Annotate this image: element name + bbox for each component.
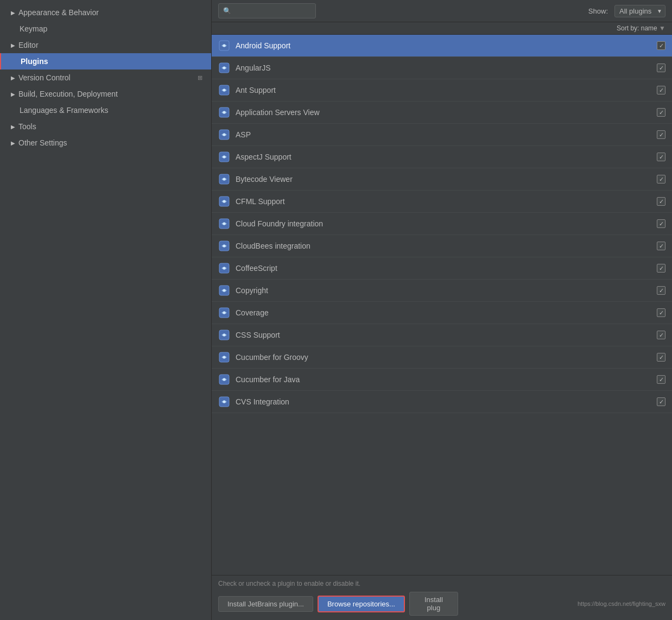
plugin-row[interactable]: Android Support	[212, 35, 672, 57]
browse-repositories-button[interactable]: Browse repositories...	[318, 596, 405, 612]
svg-point-15	[223, 200, 226, 203]
sidebar-item-other-settings[interactable]: ▶ Other Settings	[0, 135, 211, 151]
plugin-checkbox[interactable]	[657, 353, 665, 362]
sidebar-item-plugins[interactable]: Plugins	[0, 53, 211, 69]
plugin-row[interactable]: CSS Support	[212, 324, 672, 346]
arrow-icon: ▶	[11, 75, 15, 81]
plugin-checkbox[interactable]	[657, 175, 665, 184]
plugin-icon	[218, 106, 230, 118]
plugin-checkbox[interactable]	[657, 108, 665, 117]
plugin-row[interactable]: Cucumber for Java	[212, 369, 672, 391]
plugin-icon	[218, 62, 230, 74]
sub-icon: ⊞	[198, 74, 202, 81]
plugin-name: Coverage	[236, 308, 657, 317]
svg-point-23	[223, 289, 226, 292]
plugin-row[interactable]: Cloud Foundry integration	[212, 213, 672, 235]
plugin-row[interactable]: AngularJS	[212, 57, 672, 79]
svg-point-27	[223, 334, 226, 337]
sidebar: ▶ Appearance & Behavior Keymap ▶ Editor …	[0, 0, 212, 620]
sidebar-item-version-control[interactable]: ▶ Version Control ⊞	[0, 69, 211, 86]
show-dropdown[interactable]: All plugins Enabled Disabled Bundled Cus…	[614, 5, 665, 17]
svg-point-21	[223, 267, 226, 270]
sidebar-item-languages[interactable]: Languages & Frameworks	[0, 102, 211, 118]
svg-point-7	[223, 111, 226, 114]
plugin-row[interactable]: ASP	[212, 124, 672, 146]
svg-point-31	[223, 378, 226, 381]
plugin-name: CVS Integration	[236, 397, 657, 406]
plugin-icon	[218, 307, 230, 319]
plugin-checkbox[interactable]	[657, 41, 665, 50]
svg-point-5	[223, 89, 226, 92]
plugin-row[interactable]: Ant Support	[212, 79, 672, 102]
plugin-checkbox[interactable]	[657, 264, 665, 273]
plugin-name: CloudBees integration	[236, 242, 657, 250]
sidebar-item-tools[interactable]: ▶ Tools	[0, 118, 211, 135]
svg-point-25	[223, 312, 226, 314]
plugin-icon	[218, 284, 230, 296]
hint-text: Check or uncheck a plugin to enable or d…	[218, 580, 665, 587]
sidebar-item-label: Keymap	[20, 24, 47, 33]
search-icon: 🔍	[223, 7, 231, 15]
plugin-icon	[218, 84, 230, 96]
plugin-row[interactable]: Bytecode Viewer	[212, 168, 672, 191]
sidebar-item-label: Tools	[18, 122, 36, 131]
plugin-checkbox[interactable]	[657, 242, 665, 250]
plugin-checkbox[interactable]	[657, 130, 665, 139]
plugin-list: Android Support AngularJS Ant Support Ap…	[212, 35, 672, 575]
sidebar-item-keymap[interactable]: Keymap	[0, 21, 211, 37]
arrow-icon: ▶	[11, 91, 15, 97]
plugin-checkbox[interactable]	[657, 308, 665, 317]
svg-point-33	[223, 401, 226, 403]
plugin-checkbox[interactable]	[657, 153, 665, 161]
top-bar: 🔍 Show: All plugins Enabled Disabled Bun…	[212, 0, 672, 22]
plugin-checkbox[interactable]	[657, 397, 665, 406]
show-label: Show:	[588, 7, 608, 15]
search-box[interactable]: 🔍	[218, 3, 316, 18]
sidebar-item-label: Build, Execution, Deployment	[18, 90, 118, 98]
plugin-checkbox[interactable]	[657, 286, 665, 295]
sidebar-item-editor[interactable]: ▶ Editor	[0, 37, 211, 53]
plugin-row[interactable]: Cucumber for Groovy	[212, 346, 672, 369]
install-jetbrains-button[interactable]: Install JetBrains plugin...	[218, 596, 313, 612]
plugin-icon	[218, 240, 230, 252]
plugin-row[interactable]: Application Servers View	[212, 102, 672, 124]
button-row: Install JetBrains plugin... Browse repos…	[218, 592, 665, 616]
plugin-name: Ant Support	[236, 86, 657, 94]
bottom-area: Check or uncheck a plugin to enable or d…	[212, 575, 672, 620]
plugin-row[interactable]: Copyright	[212, 280, 672, 302]
svg-point-11	[223, 156, 226, 159]
plugin-checkbox[interactable]	[657, 86, 665, 94]
plugin-checkbox[interactable]	[657, 331, 665, 339]
plugin-row[interactable]: AspectJ Support	[212, 146, 672, 168]
svg-point-1	[223, 45, 226, 47]
arrow-icon: ▶	[11, 42, 15, 48]
sidebar-item-label: Version Control	[18, 73, 71, 82]
plugin-checkbox[interactable]	[657, 64, 665, 72]
plugin-row[interactable]: CoffeeScript	[212, 257, 672, 280]
plugin-row[interactable]: CFML Support	[212, 191, 672, 213]
plugin-icon	[218, 374, 230, 385]
plugin-name: ASP	[236, 130, 657, 139]
plugin-name: Cucumber for Java	[236, 375, 657, 384]
plugin-name: Cloud Foundry integration	[236, 219, 657, 228]
svg-point-17	[223, 223, 226, 225]
arrow-icon: ▶	[11, 10, 15, 16]
plugin-checkbox[interactable]	[657, 197, 665, 206]
plugin-icon	[218, 195, 230, 207]
plugin-checkbox[interactable]	[657, 375, 665, 384]
sidebar-item-appearance[interactable]: ▶ Appearance & Behavior	[0, 4, 211, 21]
plugin-row[interactable]: CloudBees integration	[212, 235, 672, 257]
sidebar-item-build[interactable]: ▶ Build, Execution, Deployment	[0, 86, 211, 102]
plugin-icon	[218, 329, 230, 341]
plugin-icon	[218, 396, 230, 408]
plugin-icon	[218, 40, 230, 52]
plugin-row[interactable]: Coverage	[212, 302, 672, 324]
plugin-row[interactable]: CVS Integration	[212, 391, 672, 413]
plugin-name: CFML Support	[236, 197, 657, 206]
plugin-checkbox[interactable]	[657, 219, 665, 228]
plugin-icon	[218, 262, 230, 274]
plugin-name: Android Support	[236, 41, 657, 50]
arrow-icon: ▶	[11, 124, 15, 130]
search-input[interactable]	[233, 7, 311, 15]
install-plugin-button[interactable]: Install plug	[409, 592, 458, 616]
